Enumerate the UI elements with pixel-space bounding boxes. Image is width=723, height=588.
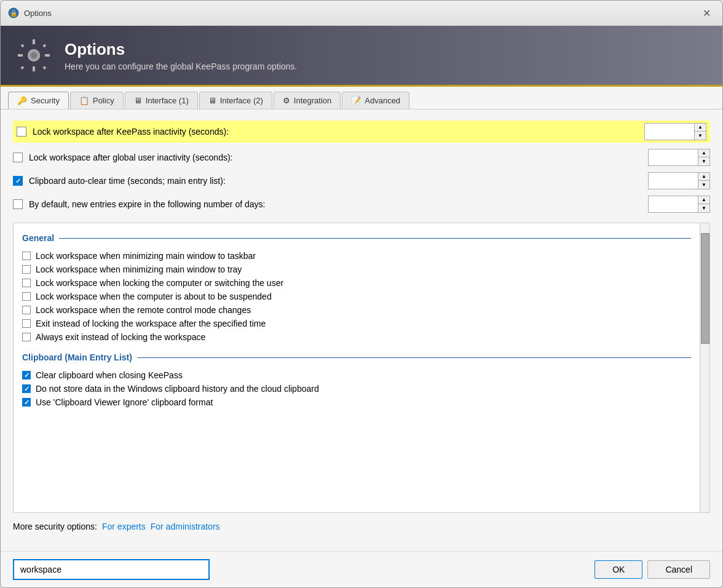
footer: OK Cancel xyxy=(1,551,722,587)
gen7-row[interactable]: Always exit instead of locking the works… xyxy=(22,330,691,344)
gen5-checkbox[interactable] xyxy=(22,306,31,314)
lock-inactivity-row: Lock workspace after KeePass inactivity … xyxy=(13,121,710,143)
ok-button[interactable]: OK xyxy=(595,560,642,579)
entries-expire-row: By default, new entries expire in the fo… xyxy=(13,196,710,213)
lock-global-up[interactable]: ▲ xyxy=(698,149,709,157)
tab-integration[interactable]: ⚙ Integration xyxy=(274,92,341,109)
clipboard-clear-down[interactable]: ▼ xyxy=(698,181,709,189)
gen1-checkbox[interactable] xyxy=(22,252,31,260)
entries-expire-checkbox[interactable] xyxy=(13,199,23,209)
clip3-checkbox[interactable] xyxy=(22,398,31,407)
entries-expire-input[interactable]: 0 xyxy=(649,196,698,212)
lock-inactivity-down[interactable]: ▼ xyxy=(695,132,706,140)
scrollbar-track xyxy=(700,223,709,512)
tab-policy[interactable]: 📋 Policy xyxy=(70,92,124,109)
lock-inactivity-label[interactable]: Lock workspace after KeePass inactivity … xyxy=(33,127,638,137)
gen7-checkbox[interactable] xyxy=(22,333,31,341)
scrollbar-thumb[interactable] xyxy=(701,233,709,344)
window-icon: 🔒 xyxy=(8,7,19,18)
gen2-checkbox[interactable] xyxy=(22,265,31,274)
clipboard-section-header: Clipboard (Main Entry List) xyxy=(22,352,691,362)
entries-expire-label[interactable]: By default, new entries expire in the fo… xyxy=(29,199,642,209)
gear-icon xyxy=(15,37,52,74)
gen2-row[interactable]: Lock workspace when minimizing main wind… xyxy=(22,263,691,276)
entries-expire-down[interactable]: ▼ xyxy=(698,204,709,212)
clip2-checkbox[interactable] xyxy=(22,384,31,393)
gen6-row[interactable]: Exit instead of locking the workspace af… xyxy=(22,317,691,330)
clip1-checkbox[interactable] xyxy=(22,371,31,379)
gen5-row[interactable]: Lock workspace when the remote control m… xyxy=(22,303,691,317)
cancel-button[interactable]: Cancel xyxy=(647,560,710,579)
general-section-header: General xyxy=(22,233,691,243)
header-title: Options xyxy=(65,40,297,59)
clip1-row[interactable]: Clear clipboard when closing KeePass xyxy=(22,368,691,382)
clip2-row[interactable]: Do not store data in the Windows clipboa… xyxy=(22,382,691,395)
top-options: Lock workspace after KeePass inactivity … xyxy=(13,121,710,213)
lock-global-checkbox[interactable] xyxy=(13,153,23,162)
entries-expire-up[interactable]: ▲ xyxy=(698,196,709,204)
for-admins-link[interactable]: For administrators xyxy=(151,522,220,531)
svg-point-4 xyxy=(31,52,37,58)
clipboard-clear-label[interactable]: Clipboard auto-clear time (seconds; main… xyxy=(29,176,642,186)
lock-inactivity-up[interactable]: ▲ xyxy=(695,124,706,132)
gen6-checkbox[interactable] xyxy=(22,319,31,328)
lock-global-down[interactable]: ▼ xyxy=(698,157,709,165)
tab-interface1[interactable]: 🖥 Interface (1) xyxy=(125,92,198,109)
close-button[interactable]: ✕ xyxy=(698,4,715,22)
search-input[interactable] xyxy=(13,559,210,580)
tabs-bar: 🔑 Security 📋 Policy 🖥 Interface (1) 🖥 In… xyxy=(1,87,722,109)
gen6-label: Exit instead of locking the workspace af… xyxy=(36,319,266,328)
gen1-row[interactable]: Lock workspace when minimizing main wind… xyxy=(22,249,691,263)
lock-inactivity-spinbox: 300 ▲ ▼ xyxy=(644,123,706,140)
header-banner: Options Here you can configure the globa… xyxy=(1,26,722,87)
advanced-tab-label: Advanced xyxy=(365,96,400,105)
clip1-label: Clear clipboard when closing KeePass xyxy=(36,370,183,380)
gen3-row[interactable]: Lock workspace when locking the computer… xyxy=(22,276,691,290)
for-experts-link[interactable]: For experts xyxy=(102,522,146,531)
security-tab-icon: 🔑 xyxy=(17,96,27,105)
interface1-tab-icon: 🖥 xyxy=(134,96,142,105)
entries-expire-spinbox: 0 ▲ ▼ xyxy=(648,196,710,213)
lock-global-label[interactable]: Lock workspace after global user inactiv… xyxy=(29,153,642,162)
lock-global-row: Lock workspace after global user inactiv… xyxy=(13,149,710,166)
advanced-tab-icon: 📝 xyxy=(351,96,361,105)
clipboard-clear-checkbox[interactable] xyxy=(13,176,23,186)
lock-global-spinbox: 240 ▲ ▼ xyxy=(648,149,710,166)
tab-interface2[interactable]: 🖥 Interface (2) xyxy=(199,92,272,109)
clipboard-clear-spinbox-btns: ▲ ▼ xyxy=(698,173,709,189)
scrollable-panel: General Lock workspace when minimizing m… xyxy=(13,223,710,513)
clip3-row[interactable]: Use 'Clipboard Viewer Ignore' clipboard … xyxy=(22,395,691,409)
more-security-row: More security options: For experts For a… xyxy=(13,522,710,531)
clipboard-clear-spinbox: 12 ▲ ▼ xyxy=(648,172,710,189)
entries-expire-spinbox-btns: ▲ ▼ xyxy=(698,196,709,212)
footer-buttons: OK Cancel xyxy=(595,560,710,579)
policy-tab-label: Policy xyxy=(93,96,114,105)
integration-tab-label: Integration xyxy=(294,96,331,105)
interface1-tab-label: Interface (1) xyxy=(146,96,189,105)
lock-inactivity-input[interactable]: 300 xyxy=(645,124,694,140)
gen3-label: Lock workspace when locking the computer… xyxy=(36,278,283,288)
tab-security[interactable]: 🔑 Security xyxy=(8,92,69,109)
lock-global-spinbox-btns: ▲ ▼ xyxy=(698,149,709,165)
lock-inactivity-spinbox-btns: ▲ ▼ xyxy=(694,124,706,140)
gen1-label: Lock workspace when minimizing main wind… xyxy=(36,251,256,261)
content-area: Lock workspace after KeePass inactivity … xyxy=(1,109,722,551)
gen3-checkbox[interactable] xyxy=(22,279,31,287)
gen4-label: Lock workspace when the computer is abou… xyxy=(36,292,272,301)
clip3-label: Use 'Clipboard Viewer Ignore' clipboard … xyxy=(36,397,213,407)
header-text: Options Here you can configure the globa… xyxy=(65,40,297,71)
panel-content: General Lock workspace when minimizing m… xyxy=(14,223,700,512)
interface2-tab-icon: 🖥 xyxy=(208,96,216,105)
tab-advanced[interactable]: 📝 Advanced xyxy=(342,92,409,109)
gen4-checkbox[interactable] xyxy=(22,292,31,301)
clipboard-clear-input[interactable]: 12 xyxy=(649,173,698,189)
clipboard-clear-up[interactable]: ▲ xyxy=(698,173,709,181)
header-subtitle: Here you can configure the global KeePas… xyxy=(65,62,297,71)
gen4-row[interactable]: Lock workspace when the computer is abou… xyxy=(22,290,691,303)
more-security-label: More security options: xyxy=(13,522,97,531)
lock-global-input[interactable]: 240 xyxy=(649,149,698,165)
options-window: 🔒 Options ✕ Options Here you ca xyxy=(0,0,723,588)
title-bar-title: Options xyxy=(24,9,52,18)
lock-inactivity-checkbox[interactable] xyxy=(17,127,26,137)
title-bar: 🔒 Options ✕ xyxy=(1,1,722,26)
